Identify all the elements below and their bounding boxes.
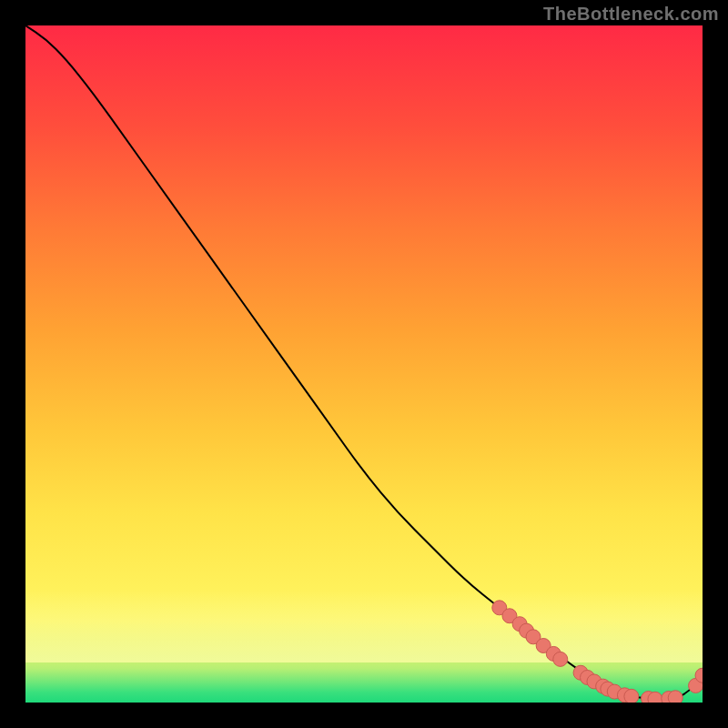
chart-stage: TheBottleneck.com <box>0 0 728 728</box>
light-band <box>25 590 703 662</box>
data-point <box>624 689 639 703</box>
data-point <box>553 652 568 666</box>
plot-area <box>25 25 703 703</box>
chart-svg <box>25 25 703 703</box>
watermark-text: TheBottleneck.com <box>543 4 719 25</box>
data-point <box>648 692 662 703</box>
data-point <box>668 691 682 703</box>
